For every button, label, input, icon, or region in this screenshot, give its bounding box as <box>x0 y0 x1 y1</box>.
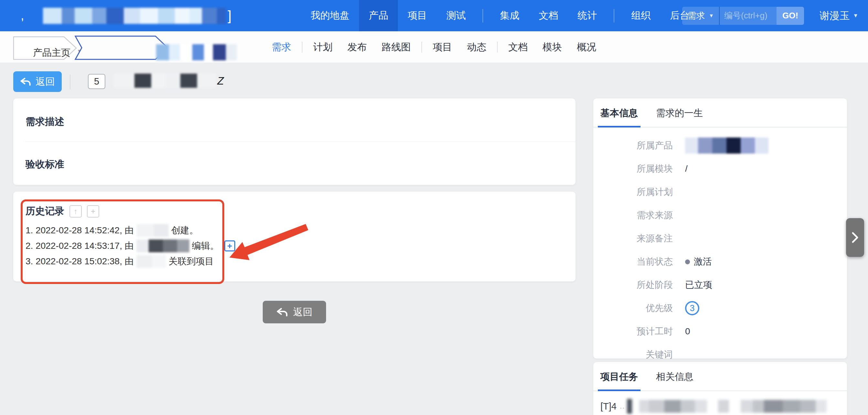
nav-item-3[interactable]: 测试 <box>437 0 475 31</box>
add-comment-icon-button[interactable]: + <box>87 205 99 217</box>
product-tab-7[interactable]: 模块 <box>542 41 562 54</box>
product-tabs: 需求计划发布路线图项目动态文档模块概况 <box>265 31 603 63</box>
history-item-text: 3. 2022-02-28 15:02:38, 由 <box>26 255 134 268</box>
redacted-block <box>707 400 718 413</box>
field-value: 3 <box>685 301 699 315</box>
product-tab-0[interactable]: 需求 <box>272 41 291 54</box>
redacted-block <box>169 44 180 60</box>
search-type-label: 需求 <box>687 10 705 22</box>
info-fields: 所属产品所属模块/所属计划需求来源来源备注当前状态激活所处阶段已立项优先级3预计… <box>593 128 847 389</box>
product-breadcrumb[interactable] <box>73 35 169 62</box>
redacted-block <box>165 74 180 88</box>
task-id-prefix: [T]4 <box>600 401 617 412</box>
field-value <box>685 137 769 153</box>
logo-suffix: ] <box>228 8 232 24</box>
panel-expand-toggle[interactable] <box>846 218 864 257</box>
nav-menu: 我的地盘产品项目测试集成文档统计组织后台 <box>301 0 699 31</box>
product-tab-6[interactable]: 文档 <box>508 41 528 54</box>
field-label: 需求来源 <box>593 209 673 221</box>
info-tab-0[interactable]: 基本信息 <box>600 107 638 127</box>
history-item-action: 编辑。 <box>192 240 219 252</box>
nav-item-6[interactable]: 统计 <box>568 0 607 31</box>
search-type-select[interactable]: 需求 ▼ <box>682 7 719 25</box>
nav-item-5[interactable]: 文档 <box>529 0 568 31</box>
field-label: 当前状态 <box>593 255 673 268</box>
redacted-block <box>180 74 197 88</box>
status-dot-icon <box>685 260 690 264</box>
redacted-block <box>202 8 217 24</box>
history-user-redacted <box>136 224 169 237</box>
field-row-1: 所属模块/ <box>593 157 847 180</box>
field-row-0: 所属产品 <box>593 134 847 157</box>
product-menu-label: 产品主页 <box>33 46 70 59</box>
chevron-down-icon: ▼ <box>709 13 714 19</box>
go-button[interactable]: GO! <box>777 7 804 25</box>
field-label: 来源备注 <box>593 232 673 245</box>
field-label: 所属产品 <box>593 139 673 152</box>
product-tab-3[interactable]: 路线图 <box>382 41 411 54</box>
redacted-block <box>741 137 755 153</box>
back-button-top[interactable]: 返回 <box>13 71 62 92</box>
redacted-block <box>681 400 695 413</box>
field-label: 预计工时 <box>593 325 673 338</box>
redacted-block <box>75 8 92 24</box>
redacted-block <box>151 74 165 88</box>
redacted-block <box>192 44 204 60</box>
product-name-redacted <box>156 44 237 60</box>
nav-item-2[interactable]: 项目 <box>398 0 437 31</box>
redacted-block <box>140 8 158 24</box>
product-subheader: 产品主页 ▼ 需求计划发布路线图项目动态文档模块概况 <box>0 31 868 63</box>
task-link[interactable]: [T]4 .. <box>593 391 847 414</box>
app-logo[interactable]: , ] <box>21 0 231 31</box>
product-tab-4[interactable]: 项目 <box>433 41 452 54</box>
field-row-6: 所处阶段已立项 <box>593 273 847 297</box>
back-button-bottom[interactable]: 返回 <box>263 301 326 323</box>
nav-item-0[interactable]: 我的地盘 <box>301 0 359 31</box>
redacted-block <box>180 44 192 60</box>
redacted-block <box>175 8 190 24</box>
section-divider <box>26 142 576 142</box>
redacted-block <box>43 8 62 24</box>
search-input[interactable] <box>720 7 777 25</box>
redacted-block <box>158 8 175 24</box>
history-expand-button[interactable]: + <box>224 240 235 251</box>
product-home-menu[interactable]: 产品主页 ▼ <box>13 36 81 61</box>
info-tab-1[interactable]: 需求的一生 <box>656 107 703 127</box>
redacted-block <box>114 74 134 88</box>
tasks-card-tabs: 项目任务相关信息 <box>593 362 847 391</box>
breadcrumb-shape <box>73 35 169 60</box>
redacted-block <box>213 44 226 60</box>
redacted-block <box>62 8 75 24</box>
tasks-tab-0[interactable]: 项目任务 <box>600 371 638 390</box>
tasks-tab-1[interactable]: 相关信息 <box>656 371 693 390</box>
project-tasks-card: 项目任务相关信息 [T]4 .. <box>593 362 847 415</box>
product-tab-2[interactable]: 发布 <box>347 41 367 54</box>
chevron-right-icon <box>851 232 859 243</box>
chevron-down-icon: ▼ <box>853 12 858 19</box>
product-tab-5[interactable]: 动态 <box>467 41 486 54</box>
redacted-block <box>755 137 769 153</box>
product-tab-8[interactable]: 概况 <box>577 41 596 54</box>
field-label: 所处阶段 <box>593 279 673 291</box>
collapse-arrow-icon-button[interactable]: ↑ <box>69 205 82 217</box>
tab-group-divider <box>497 42 498 53</box>
nav-item-7[interactable]: 组织 <box>621 0 660 31</box>
nav-group-divider <box>483 9 483 23</box>
redacted-block <box>627 399 632 414</box>
logo-redacted <box>43 8 226 24</box>
nav-item-1[interactable]: 产品 <box>359 0 398 31</box>
tab-group-divider <box>302 42 303 53</box>
redacted-block <box>712 137 726 153</box>
field-value: 0 <box>685 326 690 337</box>
redacted-block <box>106 8 124 24</box>
user-menu[interactable]: 谢漫玉 ▼ <box>819 9 858 23</box>
story-detail-card: 需求描述 验收标准 <box>13 98 576 185</box>
redacted-block <box>217 8 226 24</box>
redacted-block <box>726 137 741 153</box>
product-tab-1[interactable]: 计划 <box>313 41 333 54</box>
nav-item-4[interactable]: 集成 <box>490 0 529 31</box>
redacted-block <box>136 255 152 268</box>
redacted-block <box>154 224 169 237</box>
toolbar-divider <box>70 74 70 90</box>
back-button-label: 返回 <box>35 75 55 89</box>
